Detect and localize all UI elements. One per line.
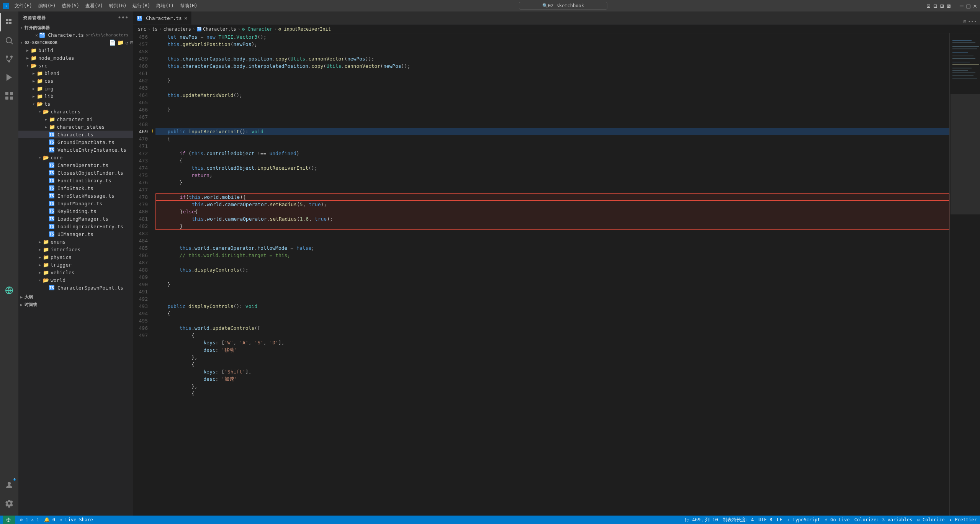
new-file-icon[interactable]: 📄 — [109, 39, 116, 46]
collapse-all-icon[interactable]: ⊟ — [130, 39, 133, 46]
folder-css[interactable]: ▶ 📁 css — [18, 77, 133, 85]
source-control-activity-icon[interactable] — [0, 50, 18, 68]
remote-activity-icon[interactable] — [0, 281, 18, 300]
explorer-activity-icon[interactable] — [0, 13, 18, 31]
folder-vehicles[interactable]: ▶ 📁 vehicles — [18, 269, 133, 276]
open-file-character-ts[interactable]: ✕ TS Character.ts src\ts\characters — [18, 31, 133, 39]
timeline-section[interactable]: ▶ 时间线 — [18, 301, 133, 308]
tab-close-icon[interactable]: ✕ — [184, 15, 187, 21]
folder-world[interactable]: ▾ 📂 world — [18, 276, 133, 284]
tab-bar: TS Character.ts ✕ ⊟ ••• — [133, 11, 980, 25]
breadcrumb-character-ts[interactable]: Character.ts — [203, 26, 236, 32]
refresh-icon[interactable]: ↺ — [125, 39, 128, 46]
line-456: let newPos = new THREE.Vector3(); — [155, 33, 949, 41]
file-loading-manager[interactable]: ▶ TS LoadingManager.ts — [18, 215, 133, 223]
file-infostack-message[interactable]: ▶ TS InfoStackMessage.ts — [18, 192, 133, 200]
breadcrumb-ts[interactable]: ts — [152, 26, 157, 32]
layout-icon-2[interactable]: ⊟ — [933, 2, 937, 10]
folder-character-ai[interactable]: ▶ 📁 character_ai — [18, 115, 133, 123]
open-editors-section[interactable]: ▾ 打开的编辑器 — [18, 24, 133, 31]
extensions-activity-icon[interactable] — [0, 87, 18, 105]
accounts-activity-icon[interactable]: 1 — [0, 476, 18, 494]
file-input-manager[interactable]: ▶ TS InputManager.ts — [18, 200, 133, 207]
file-ui-manager-icon: TS — [49, 231, 54, 237]
breadcrumb-character[interactable]: ⚙ Character — [242, 26, 272, 32]
file-closest-object[interactable]: ▶ TS ClosestObjectFinder.ts — [18, 169, 133, 177]
layout-icon-3[interactable]: ⊞ — [940, 2, 944, 10]
colorize-variables-status[interactable]: Colorize: 3 variables — [854, 517, 913, 522]
breadcrumb-method[interactable]: ⚙ inputReceiverInit — [278, 26, 331, 32]
tab-size-status[interactable]: 制表符长度: 4 — [723, 517, 754, 523]
file-keybinding[interactable]: ▶ TS KeyBinding.ts — [18, 207, 133, 215]
layout-icon-1[interactable]: ⊡ — [927, 2, 931, 10]
file-character-ts[interactable]: ▶ TS Character.ts — [18, 131, 133, 138]
menu-goto[interactable]: 转到(G) — [107, 2, 129, 10]
problems-status[interactable]: ⊙ 1 ⚠ 1 — [20, 517, 39, 522]
folder-ts[interactable]: ▾ 📂 ts — [18, 100, 133, 108]
menu-file[interactable]: 文件(F) — [12, 2, 34, 10]
sidebar-more-icon[interactable]: ••• — [118, 15, 129, 21]
folder-img[interactable]: ▶ 📁 img — [18, 85, 133, 92]
file-function-library[interactable]: ▶ TS FunctionLibrary.ts — [18, 177, 133, 184]
menu-run[interactable]: 运行(R) — [130, 2, 152, 10]
tab-character-ts[interactable]: TS Character.ts ✕ — [133, 11, 191, 25]
folder-build[interactable]: ▶ 📁 build — [18, 46, 133, 54]
go-live-status[interactable]: ⚡ Go Live — [825, 517, 850, 522]
project-section[interactable]: ▾ 02-SKETCHBOOK 📄 📁 ↺ ⊟ — [18, 39, 133, 46]
folder-node-modules[interactable]: ▶ 📁 node_modules — [18, 54, 133, 62]
breadcrumb-characters[interactable]: characters — [164, 26, 191, 32]
menu-view[interactable]: 查看(V) — [83, 2, 105, 10]
search-activity-icon[interactable] — [0, 31, 18, 50]
menu-terminal[interactable]: 终端(T) — [154, 2, 176, 10]
folder-core[interactable]: ▾ 📂 core — [18, 154, 133, 161]
search-bar[interactable]: 🔍 02-sketchbook — [519, 2, 607, 10]
menu-edit[interactable]: 编辑(E) — [36, 2, 58, 10]
file-vehicle-entry[interactable]: ▶ TS VehicleEntryInstance.ts — [18, 146, 133, 154]
language-status[interactable]: ✧ TypeScript — [787, 517, 820, 522]
close-button[interactable]: ✕ — [973, 2, 977, 10]
file-loading-tracker[interactable]: ▶ TS LoadingTrackerEntry.ts — [18, 223, 133, 230]
folder-lib[interactable]: ▶ 📁 lib — [18, 92, 133, 100]
file-character-spawn-point[interactable]: ▶ TS CharacterSpawnPoint.ts — [18, 284, 133, 291]
line-ending-status[interactable]: LF — [777, 517, 782, 522]
colorize-toggle-status[interactable]: ☑ Colorize — [917, 517, 945, 522]
run-activity-icon[interactable] — [0, 68, 18, 87]
line-498: keys: ['W', 'A', 'S', 'D'], — [155, 339, 949, 346]
editor[interactable]: 456 457 458 459 460 461 462 463 464 465 … — [133, 33, 949, 516]
folder-character-states[interactable]: ▶ 📁 character_states — [18, 123, 133, 131]
file-ui-manager[interactable]: ▶ TS UIManager.ts — [18, 230, 133, 238]
notifications-status[interactable]: 🔔 0 — [44, 517, 55, 522]
minimap[interactable] — [949, 33, 980, 516]
breadcrumb-src[interactable]: src — [138, 26, 146, 32]
file-camera-operator[interactable]: ▶ TS CameraOperator.ts — [18, 161, 133, 169]
folder-enums[interactable]: ▶ 📁 enums — [18, 238, 133, 246]
line-468 — [155, 121, 949, 128]
menu-select[interactable]: 选择(S) — [59, 2, 82, 10]
close-file-icon[interactable]: ✕ — [35, 33, 38, 38]
settings-activity-icon[interactable] — [0, 494, 18, 513]
outline-section[interactable]: ▶ 大纲 — [18, 293, 133, 301]
folder-characters[interactable]: ▾ 📂 characters — [18, 108, 133, 115]
file-ground-impact[interactable]: ▶ TS GroundImpactData.ts — [18, 138, 133, 146]
menu-help[interactable]: 帮助(H) — [178, 2, 200, 10]
folder-blend[interactable]: ▶ 📁 blend — [18, 69, 133, 77]
maximize-button[interactable]: □ — [967, 2, 970, 10]
prettier-status[interactable]: ✦ Prettier — [949, 517, 977, 522]
folder-interfaces[interactable]: ▶ 📁 interfaces — [18, 246, 133, 253]
folder-physics[interactable]: ▶ 📁 physics — [18, 253, 133, 261]
encoding-status[interactable]: UTF-8 — [758, 517, 772, 522]
folder-src[interactable]: ▾ 📂 src — [18, 62, 133, 69]
minimize-button[interactable]: ─ — [960, 2, 964, 10]
remote-status[interactable] — [3, 516, 15, 524]
more-actions-icon[interactable]: ••• — [968, 19, 977, 25]
live-share-status[interactable]: ↕ Live Share — [60, 517, 93, 522]
new-folder-icon[interactable]: 📁 — [117, 39, 124, 46]
cursor-position-status[interactable]: 行 469，列 10 — [685, 517, 718, 523]
code-area[interactable]: let newPos = new THREE.Vector3(); this.g… — [152, 33, 949, 397]
split-editor-icon[interactable]: ⊟ — [964, 19, 967, 25]
file-infostack[interactable]: ▶ TS InfoStack.ts — [18, 184, 133, 192]
folder-characters-label: characters — [51, 109, 80, 115]
folder-trigger[interactable]: ▶ 📁 trigger — [18, 261, 133, 269]
folder-enums-icon: 📁 — [43, 239, 49, 245]
layout-icon-4[interactable]: ⊠ — [947, 2, 951, 10]
